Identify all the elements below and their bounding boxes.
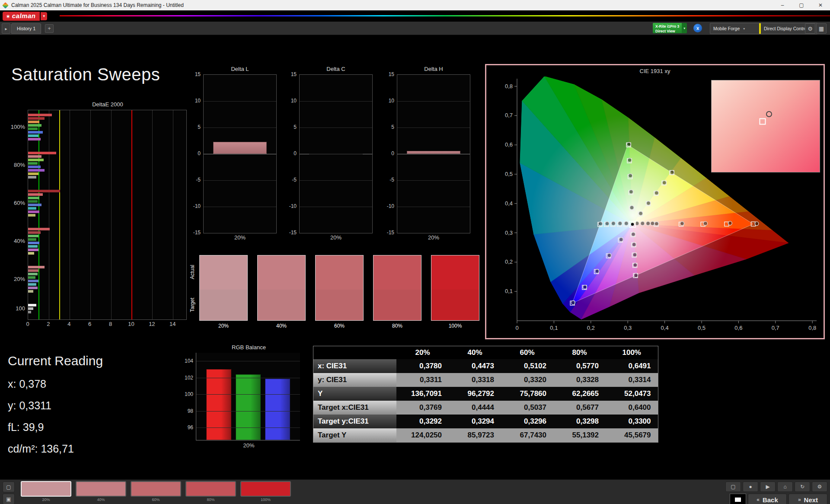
calman-star-icon: ✶: [6, 14, 10, 19]
meter-select-button[interactable]: X-Rite i1Pro 3 Direct View ▾: [653, 23, 687, 33]
deltae-bar: [28, 162, 38, 165]
swatch-actual: [258, 255, 305, 290]
grid-line: [300, 101, 372, 102]
deltae-bar: [28, 200, 38, 203]
grid-line: [70, 110, 70, 319]
maximize-button[interactable]: ▢: [792, 0, 811, 10]
axis-tick-label: 0,1: [505, 288, 513, 294]
pattern-swatch[interactable]: 80%: [185, 481, 236, 502]
axis-tick-label: 15: [389, 71, 394, 77]
axis-tick-label: 96: [188, 424, 193, 431]
deltae-bar: [28, 242, 39, 244]
table-cell: 85,9723: [449, 428, 501, 442]
deltae-bar: [28, 193, 43, 196]
table-cell: 0,3300: [606, 415, 658, 428]
title-bar: Calman 2025 Calman Ultimate for Business…: [0, 0, 830, 10]
x-axis-label: 20%: [299, 234, 373, 241]
row-label: Target x:CIE31: [313, 401, 397, 415]
pattern-swatch-label: 80%: [185, 498, 236, 502]
add-tab-button[interactable]: +: [45, 24, 54, 33]
xrite-logo-icon: x: [693, 24, 702, 32]
back-button[interactable]: « Back: [748, 494, 787, 504]
deltae-bar: [28, 273, 38, 275]
grid-line: [196, 378, 300, 378]
column-header: [313, 346, 397, 360]
close-button[interactable]: ✕: [811, 0, 830, 10]
table-cell: 136,7091: [396, 387, 449, 401]
measured-point: [632, 242, 636, 246]
measured-point: [646, 221, 650, 225]
axis-tick-label: 0,8: [505, 83, 513, 89]
monitor-window-icon[interactable]: ▣: [3, 494, 15, 504]
measured-point: [633, 253, 637, 257]
swatch-label: 100%: [431, 323, 479, 329]
reading-y: y: 0,3311: [8, 399, 103, 412]
table-cell: 96,2792: [449, 387, 501, 401]
plot-area: [203, 74, 277, 233]
deltae-2000-chart: DeltaE 2000 100%80%60%40%20%100 02468101…: [9, 101, 188, 329]
cie-1931-panel: CIE 1931 xy 00,10,20,30,40,50,60,70,80,1…: [485, 64, 825, 339]
settings-gear-icon[interactable]: ⚙: [812, 482, 827, 492]
measured-point: [654, 191, 658, 195]
swatch-label: 40%: [257, 323, 306, 329]
monitor-icon[interactable]: ▢: [3, 482, 15, 492]
pattern-swatch[interactable]: 20%: [21, 481, 71, 502]
reference-line: [59, 110, 60, 319]
white-point-center: [631, 223, 634, 226]
source-select-button[interactable]: Mobile Forge ▾: [710, 23, 760, 34]
home-icon[interactable]: ⌂: [777, 482, 793, 492]
deltae-bar: [28, 117, 45, 120]
deltae-bar: [28, 121, 39, 123]
delta-bar: [407, 151, 460, 154]
logo-bar: ✶calman ▾: [0, 10, 830, 22]
chart-title: RGB Balance: [176, 344, 302, 353]
plot-area: [196, 353, 300, 440]
toolbar: ▸ History 1 + X-Rite i1Pro 3 Direct View…: [0, 22, 830, 35]
grid-line: [397, 180, 470, 181]
group-label: 20%: [14, 276, 25, 282]
source-label: Mobile Forge: [713, 26, 740, 31]
axis-tick-label: 102: [185, 375, 193, 381]
play-icon[interactable]: ▶: [760, 482, 776, 492]
calman-menu-arrow-icon[interactable]: ▾: [41, 12, 47, 20]
record-icon[interactable]: ●: [743, 482, 758, 492]
measured-point: [651, 221, 654, 225]
next-arrow-icon: »: [798, 497, 801, 503]
refresh-icon[interactable]: ↻: [795, 482, 810, 492]
display-icon[interactable]: ▢: [725, 482, 741, 492]
swatch-target: [258, 290, 305, 320]
deltae-bar: [28, 155, 42, 158]
plot-area: [299, 74, 373, 233]
deltae-bar: [28, 166, 41, 168]
group-label: 100%: [11, 124, 25, 130]
swatch-target: [200, 290, 247, 320]
pattern-swatch[interactable]: 100%: [240, 481, 291, 502]
row-label: Target y:CIE31: [313, 415, 397, 428]
next-button[interactable]: » Next: [788, 494, 827, 504]
measured-point: [624, 221, 628, 225]
chevron-down-icon[interactable]: ▾: [682, 23, 687, 33]
pattern-swatch-chip: [240, 481, 291, 497]
layout-grid-icon[interactable]: ▦: [816, 23, 827, 34]
chart-title: Delta H: [397, 66, 470, 74]
grid-line: [204, 180, 276, 181]
tab-history-1[interactable]: History 1: [11, 23, 41, 34]
reading-cdm2: cd/m²: 136,71: [8, 443, 103, 455]
calman-logo[interactable]: ✶calman ▾: [3, 12, 47, 21]
history-expand-icon[interactable]: ▸: [2, 23, 10, 34]
deltae-bar: [28, 280, 38, 282]
minimize-button[interactable]: –: [773, 0, 792, 10]
pattern-preview-button[interactable]: [730, 494, 746, 504]
pattern-swatch[interactable]: 40%: [76, 481, 126, 502]
axis-tick-label: 10: [291, 98, 297, 104]
table-row: Y136,709196,279275,786062,266552,0473: [313, 387, 658, 401]
x-axis-label: 20%: [203, 234, 277, 241]
settings-gear-icon[interactable]: ⚙: [805, 23, 815, 34]
axis-tick-label: 100: [185, 391, 193, 397]
axis-tick-label: 0,2: [587, 325, 595, 331]
y-axis: 151050-5-10-15: [190, 74, 203, 233]
pattern-swatch[interactable]: 60%: [131, 481, 181, 502]
axis-tick-label: 0,6: [505, 141, 513, 148]
axis-tick-label: -15: [289, 230, 297, 236]
swatch-actual: [200, 255, 247, 290]
